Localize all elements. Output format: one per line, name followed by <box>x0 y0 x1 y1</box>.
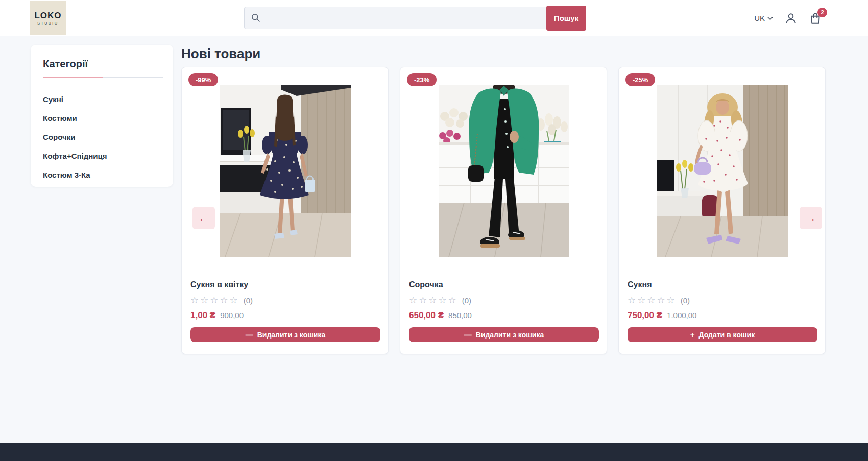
star-icon: ☆ <box>637 295 647 305</box>
account-button[interactable] <box>784 12 798 25</box>
sidebar-item-shirts[interactable]: Сорочки <box>43 128 161 147</box>
sidebar-item-suit-3pc[interactable]: Костюм 3-Ка <box>43 165 161 184</box>
star-rating: ☆☆☆☆☆ <box>628 295 677 306</box>
star-icon: ☆ <box>409 295 419 305</box>
star-icon: ☆ <box>428 295 438 305</box>
language-selector[interactable]: UK <box>754 14 773 22</box>
search-bar: Пошук <box>244 6 586 31</box>
star-icon: ☆ <box>438 295 448 305</box>
product-image[interactable] <box>220 85 351 257</box>
sidebar-item-top-skirt[interactable]: Кофта+Спідниця <box>43 147 161 165</box>
product-info: Сорочка ☆☆☆☆☆ (0) 650,00 ₴ 850,00 — Вида… <box>400 273 607 342</box>
chevron-down-icon <box>767 16 773 20</box>
header: LOKO STUDIO Пошук UK <box>0 0 868 36</box>
product-image[interactable] <box>439 85 569 257</box>
categories-divider <box>43 77 163 78</box>
plus-icon: + <box>690 330 695 339</box>
sidebar-item-suits[interactable]: Костюми <box>43 109 161 128</box>
arrow-right-icon: → <box>806 212 816 224</box>
footer <box>0 443 868 461</box>
categories-title: Категорії <box>43 58 161 70</box>
sidebar-item-dresses[interactable]: Сукні <box>43 90 161 109</box>
rating-count: (0) <box>244 296 253 305</box>
product-info: Сукня ☆☆☆☆☆ (0) 750,00 ₴ 1.000,00 + Дода… <box>619 273 825 342</box>
star-icon: ☆ <box>419 295 428 305</box>
product-photo-navy-dress <box>220 85 351 257</box>
product-title[interactable]: Сукня в квітку <box>190 280 379 289</box>
remove-from-cart-button[interactable]: — Видалити з кошика <box>190 327 380 342</box>
price-row: 750,00 ₴ 1.000,00 <box>628 310 816 321</box>
star-icon: ☆ <box>448 295 458 305</box>
header-actions: UK 2 <box>754 0 822 36</box>
old-price: 850,00 <box>448 311 472 320</box>
brand-name: LOKO <box>34 11 61 21</box>
star-icon: ☆ <box>657 295 666 305</box>
cart-count-badge: 2 <box>817 8 827 17</box>
search-button[interactable]: Пошук <box>546 6 586 31</box>
product-card: -23% <box>400 67 607 354</box>
product-info: Сукня в квітку ☆☆☆☆☆ (0) 1,00 ₴ 900,00 —… <box>182 273 388 342</box>
minus-icon: — <box>246 330 253 339</box>
discount-badge: -23% <box>407 73 437 86</box>
arrow-left-icon: ← <box>199 212 209 224</box>
product-title[interactable]: Сорочка <box>409 280 598 289</box>
product-photo-green-shirt <box>439 85 569 257</box>
product-card: -25% <box>618 67 826 354</box>
star-icon: ☆ <box>647 295 657 305</box>
remove-from-cart-button[interactable]: — Видалити з кошика <box>409 327 599 342</box>
discount-badge: -99% <box>188 73 218 86</box>
user-icon <box>784 12 798 25</box>
add-to-cart-button[interactable]: + Додати в кошик <box>628 327 817 342</box>
current-price: 750,00 ₴ <box>628 310 662 321</box>
product-image[interactable] <box>657 85 788 257</box>
star-rating: ☆☆☆☆☆ <box>409 295 458 306</box>
rating-row: ☆☆☆☆☆ (0) <box>628 295 816 306</box>
star-icon: ☆ <box>667 295 677 305</box>
rating-count: (0) <box>462 296 471 305</box>
brand-subtitle: STUDIO <box>37 21 58 25</box>
current-price: 650,00 ₴ <box>409 310 444 321</box>
price-row: 650,00 ₴ 850,00 <box>409 310 598 321</box>
discount-badge: -25% <box>625 73 655 86</box>
product-photo-white-dress <box>657 85 788 257</box>
language-code: UK <box>754 14 765 22</box>
price-row: 1,00 ₴ 900,00 <box>190 310 379 321</box>
cta-label: Видалити з кошика <box>476 331 544 339</box>
star-icon: ☆ <box>628 295 637 305</box>
search-icon <box>251 13 261 23</box>
cart-button[interactable]: 2 <box>809 12 822 25</box>
search-field-wrap <box>244 7 546 29</box>
star-rating: ☆☆☆☆☆ <box>190 295 239 306</box>
star-icon: ☆ <box>230 295 239 305</box>
categories-panel: Категорії Сукні Костюми Сорочки Кофта+Сп… <box>31 45 173 187</box>
product-title[interactable]: Сукня <box>628 280 816 289</box>
rating-row: ☆☆☆☆☆ (0) <box>190 295 379 306</box>
cta-label: Видалити з кошика <box>257 331 326 339</box>
carousel-prev-button[interactable]: ← <box>192 207 215 229</box>
brand-logo[interactable]: LOKO STUDIO <box>30 1 66 35</box>
old-price: 900,00 <box>220 311 244 320</box>
star-icon: ☆ <box>190 295 200 305</box>
carousel-next-button[interactable]: → <box>800 207 822 229</box>
rating-count: (0) <box>681 296 690 305</box>
star-icon: ☆ <box>220 295 229 305</box>
search-input[interactable] <box>261 14 546 22</box>
current-price: 1,00 ₴ <box>190 310 215 321</box>
old-price: 1.000,00 <box>667 311 696 320</box>
category-list: Сукні Костюми Сорочки Кофта+Спідниця Кос… <box>43 90 161 184</box>
rating-row: ☆☆☆☆☆ (0) <box>409 295 598 306</box>
star-icon: ☆ <box>200 295 210 305</box>
star-icon: ☆ <box>210 295 220 305</box>
page-title: Нові товари <box>181 46 260 62</box>
cta-label: Додати в кошик <box>699 331 755 339</box>
minus-icon: — <box>464 330 472 339</box>
